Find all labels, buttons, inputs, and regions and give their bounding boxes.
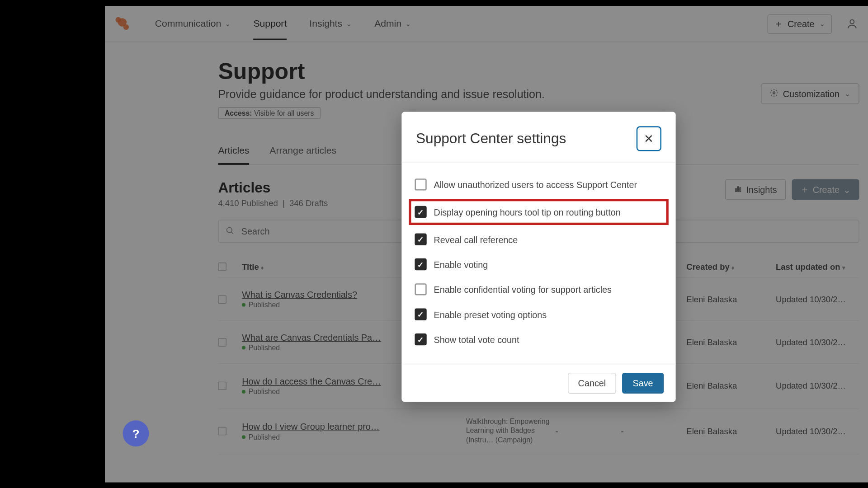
checkbox[interactable] [415,309,426,320]
setting-label: Reveal call reference [434,234,518,244]
setting-label: Enable confidential voting for support a… [434,284,612,294]
support-settings-modal: Support Center settings ✕ Allow unauthor… [401,112,675,402]
setting-label: Display opening hours tool tip on routin… [434,207,621,217]
save-button[interactable]: Save [622,373,664,394]
setting-row-opening-hours-tooltip[interactable]: Display opening hours tool tip on routin… [409,199,669,225]
checkbox[interactable] [415,283,426,295]
close-button[interactable]: ✕ [637,126,661,151]
checkbox[interactable] [415,233,426,245]
help-fab[interactable]: ? [123,420,149,446]
setting-row-reveal-call-ref[interactable]: Reveal call reference [415,227,662,252]
setting-row-enable-voting[interactable]: Enable voting [415,252,662,277]
checkbox[interactable] [415,333,426,345]
setting-row-preset-voting[interactable]: Enable preset voting options [415,302,662,327]
cancel-button[interactable]: Cancel [568,373,616,394]
close-icon: ✕ [644,131,654,146]
checkbox[interactable] [415,258,426,270]
setting-label: Show total vote count [434,334,519,344]
setting-label: Enable voting [434,259,488,269]
setting-label: Allow unauthorized users to access Suppo… [434,179,637,189]
setting-label: Enable preset voting options [434,310,547,319]
checkbox[interactable] [415,206,426,218]
setting-row-confidential-voting[interactable]: Enable confidential voting for support a… [415,277,662,302]
setting-row-total-vote-count[interactable]: Show total vote count [415,327,662,352]
modal-title: Support Center settings [416,130,566,147]
checkbox[interactable] [415,178,426,190]
setting-row-unauthorized-access[interactable]: Allow unauthorized users to access Suppo… [415,172,662,197]
